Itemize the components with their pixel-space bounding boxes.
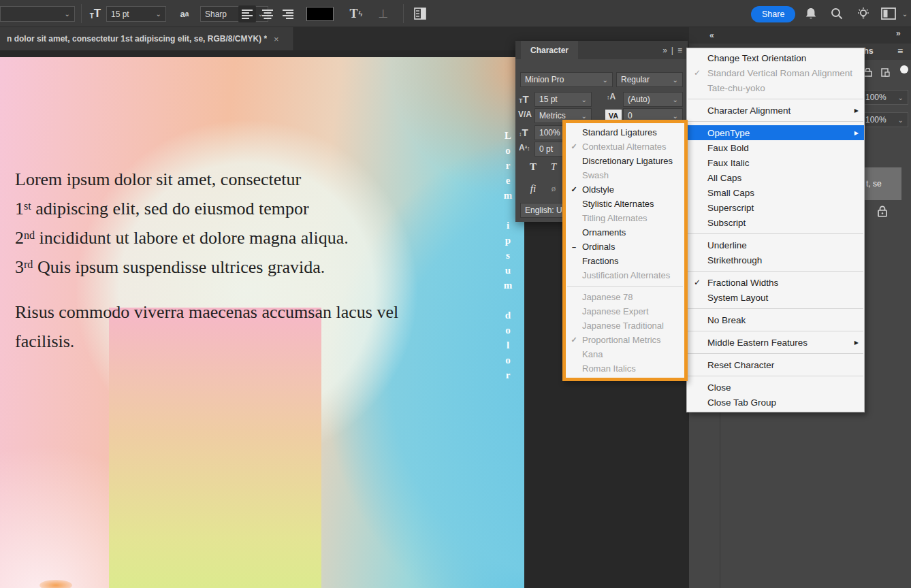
- menu-item-reset-character[interactable]: Reset Character: [687, 357, 864, 372]
- opacity-field[interactable]: 100%⌄: [861, 90, 908, 105]
- size-field[interactable]: 15 pt⌄: [534, 92, 592, 107]
- align-right-button[interactable]: [279, 5, 297, 22]
- menu-item-stylistic-alternates[interactable]: Stylistic Alternates: [566, 197, 684, 211]
- menu-item-character-alignment[interactable]: Character Alignment▶: [687, 103, 864, 118]
- menu-item-roman-italics[interactable]: Roman Italics: [566, 361, 684, 376]
- selected-layer-fragment[interactable]: t, se: [862, 167, 901, 200]
- arrow-gutter: [849, 163, 859, 163]
- faux-bold-button[interactable]: T: [525, 159, 541, 174]
- leading-field[interactable]: (Auto)⌄: [623, 92, 683, 107]
- menu-item-middle-eastern-features[interactable]: Middle Eastern Features▶: [687, 335, 864, 350]
- font-style-select[interactable]: ⌄: [0, 6, 75, 22]
- warp-options-icon[interactable]: ⊥: [373, 4, 394, 23]
- lock-image-icon[interactable]: [881, 68, 890, 77]
- vertical-scale-icon: ↕T: [519, 127, 528, 138]
- vertical-text-char: o: [501, 353, 515, 368]
- menu-item-japanese-expert[interactable]: Japanese Expert: [566, 304, 684, 318]
- menu-item-titling-alternates[interactable]: Titling Alternates: [566, 211, 684, 225]
- menu-item-no-break[interactable]: No Break: [687, 312, 864, 327]
- menu-item-faux-italic[interactable]: Faux Italic: [687, 155, 864, 170]
- menu-item-label: Reset Character: [707, 360, 849, 370]
- character-panel-tab[interactable]: Character: [521, 41, 578, 59]
- collapse-panel-icon[interactable]: »: [662, 46, 667, 55]
- share-button[interactable]: Share: [751, 6, 795, 22]
- font-family-select[interactable]: Minion Pro⌄: [520, 72, 613, 87]
- toggle-panels-button[interactable]: [410, 4, 430, 23]
- menu-item-system-layout[interactable]: System Layout: [687, 290, 864, 305]
- menu-item-change-text-orientation[interactable]: Change Text Orientation: [687, 50, 864, 65]
- menu-item-label: No Break: [707, 315, 849, 325]
- panel-flyout-menu-icon[interactable]: ≡: [677, 46, 682, 55]
- menu-item-contextual-alternates[interactable]: ✓Contextual Alternates: [566, 140, 684, 154]
- menu-item-proportional-metrics[interactable]: ✓Proportional Metrics: [566, 333, 684, 347]
- chevron-down-icon: ⌄: [579, 112, 587, 120]
- menu-item-underline[interactable]: Underline: [687, 238, 864, 252]
- align-center-button[interactable]: [259, 5, 276, 22]
- menu-item-close[interactable]: Close: [687, 380, 864, 395]
- expand-panels-icon[interactable]: »: [896, 29, 900, 38]
- font-size-select[interactable]: 15 pt ⌄: [106, 6, 166, 22]
- anti-alias-select[interactable]: Sharp ⌄: [200, 6, 268, 22]
- menu-item-justification-alternates[interactable]: Justification Alternates: [566, 268, 684, 282]
- close-icon[interactable]: ×: [274, 34, 279, 44]
- menu-separator: [688, 331, 863, 331]
- search-button[interactable]: [828, 4, 846, 23]
- vertical-text-char: m: [501, 278, 515, 293]
- menu-item-swash[interactable]: Swash: [566, 168, 684, 182]
- menu-item-faux-bold[interactable]: Faux Bold: [687, 140, 864, 155]
- menu-item-japanese-traditional[interactable]: Japanese Traditional: [566, 318, 684, 333]
- faux-italic-button[interactable]: T: [545, 159, 562, 174]
- lorem-text-layer[interactable]: Lorem ipsum dolor sit amet, consectetur1…: [15, 165, 464, 356]
- character-panel-flyout-menu: Change Text Orientation✓Standard Vertica…: [686, 48, 865, 412]
- menu-item-ornaments[interactable]: Ornaments: [566, 225, 684, 240]
- collapse-panels-icon[interactable]: «: [709, 31, 714, 40]
- menu-item-label: All Caps: [707, 173, 849, 183]
- menu-item-oldstyle[interactable]: ✓Oldstyle: [566, 182, 684, 197]
- ligatures-button[interactable]: fi: [525, 181, 541, 196]
- font-style-select[interactable]: Regular⌄: [616, 72, 683, 87]
- text-color-swatch[interactable]: [306, 7, 334, 21]
- panel-menu-icon[interactable]: ≡: [897, 46, 903, 56]
- menu-item-kana[interactable]: Kana: [566, 347, 684, 361]
- menu-item-opentype[interactable]: OpenType▶: [687, 125, 864, 140]
- menu-item-standard-ligatures[interactable]: Standard Ligatures: [566, 125, 684, 140]
- warp-text-button[interactable]: Tϟ: [346, 4, 366, 23]
- menu-item-label: Faux Italic: [707, 158, 849, 168]
- orange-shape-fragment: [39, 580, 72, 588]
- submenu-arrow-icon: ▶: [849, 129, 859, 136]
- menu-item-strikethrough[interactable]: Strikethrough: [687, 252, 864, 267]
- chevron-down-icon[interactable]: ⌄: [900, 4, 910, 23]
- menu-item-standard-vertical-roman-alignment[interactable]: ✓Standard Vertical Roman Alignment: [687, 65, 864, 80]
- menu-item-ordinals[interactable]: –Ordinals: [566, 240, 684, 254]
- workspace-button[interactable]: [878, 4, 899, 23]
- menu-separator: [688, 99, 863, 99]
- discover-button[interactable]: [854, 4, 873, 23]
- menu-item-label: Strikethrough: [707, 255, 849, 265]
- document-tab[interactable]: n dolor sit amet, consectetur 1st adipis…: [0, 27, 294, 50]
- checkmark-icon: ✓: [566, 185, 582, 194]
- menu-item-label: OpenType: [707, 128, 849, 138]
- chevron-down-icon: ⌄: [898, 116, 904, 124]
- divider: [81, 4, 82, 23]
- no-ligatures-icon[interactable]: ø: [545, 181, 562, 196]
- menu-item-subscript[interactable]: Subscript: [687, 215, 864, 230]
- menu-item-all-caps[interactable]: All Caps: [687, 170, 864, 185]
- fill-field[interactable]: 100%⌄: [861, 112, 908, 127]
- menu-separator: [688, 271, 863, 272]
- menu-item-tate-chu-yoko[interactable]: Tate-chu-yoko: [687, 80, 864, 95]
- menu-item-fractional-widths[interactable]: ✓Fractional Widths: [687, 275, 864, 290]
- menu-item-close-tab-group[interactable]: Close Tab Group: [687, 395, 864, 410]
- menu-item-superscript[interactable]: Superscript: [687, 200, 864, 215]
- arrow-gutter: [849, 402, 859, 403]
- panel-icon: [414, 7, 426, 20]
- ordinal-superscript: rd: [24, 259, 33, 270]
- notifications-button[interactable]: [802, 4, 820, 23]
- document-canvas[interactable]: Lorem ipsum dolor sit amet, consectetur1…: [0, 57, 524, 588]
- menu-item-fractions[interactable]: Fractions: [566, 254, 684, 268]
- menu-item-japanese-78[interactable]: Japanese 78: [566, 290, 684, 304]
- menu-item-discretionary-ligatures[interactable]: Discretionary Ligatures: [566, 154, 684, 168]
- align-left-button[interactable]: [238, 5, 256, 22]
- arrow-gutter: [849, 58, 859, 59]
- vertical-text-layer[interactable]: Loremipsumdolor: [501, 128, 515, 382]
- menu-item-small-caps[interactable]: Small Caps: [687, 185, 864, 200]
